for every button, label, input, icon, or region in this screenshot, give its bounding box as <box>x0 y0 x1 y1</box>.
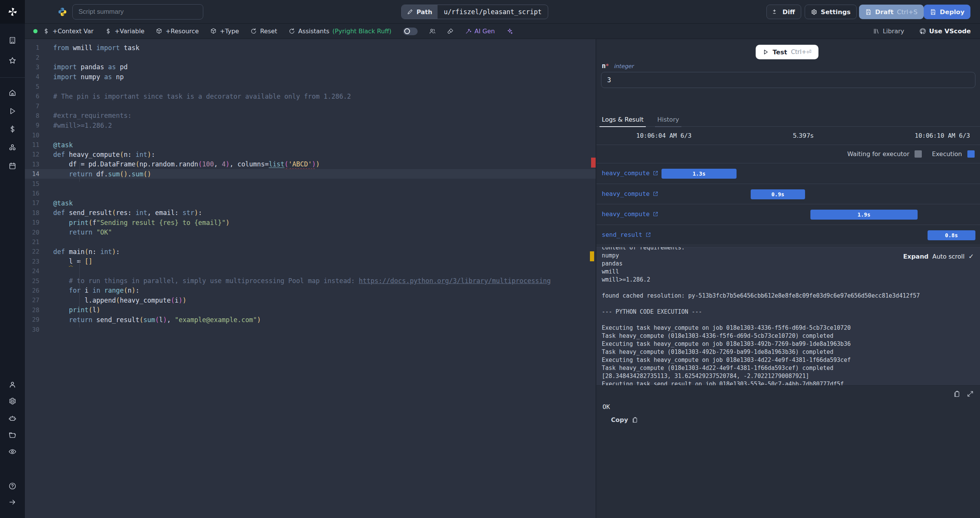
sidebar-play-button[interactable] <box>0 103 25 119</box>
code-line-6[interactable]: 6# The pin is important since task is a … <box>25 91 596 101</box>
sidebar-building-button[interactable] <box>0 33 25 48</box>
add-resource-button[interactable]: +Resource <box>156 28 199 35</box>
code-line-4[interactable]: 4import numpy as np <box>25 72 596 81</box>
task-link-send_result[interactable]: send_result <box>602 231 651 238</box>
line-number: 30 <box>25 326 39 333</box>
code-line-18[interactable]: 18def send_result(res: int, email: str): <box>25 208 596 218</box>
use-vscode-button[interactable]: Use VScode <box>920 28 971 35</box>
code-line-17[interactable]: 17@task <box>25 198 596 208</box>
path-label-segment: Path <box>402 5 438 19</box>
code-editor[interactable]: 1from wmill import task23import pandas a… <box>25 39 596 518</box>
line-content: import pandas as pd <box>53 63 128 71</box>
assistants-button[interactable]: Assistants (Pyright Black Ruff) <box>289 28 391 35</box>
diff-button[interactable]: Diff <box>766 5 801 19</box>
windmill-logo[interactable] <box>0 0 25 24</box>
result-tabs: Logs & Result History <box>596 113 980 127</box>
draft-button[interactable]: Draft Ctrl+S <box>859 5 924 19</box>
line-content: def heavy_compute(n: int): <box>53 151 155 158</box>
ai-gen-button[interactable]: AI Gen <box>465 28 495 35</box>
fullscreen-icon[interactable] <box>967 390 974 397</box>
logs-viewport[interactable]: content of requirements:numpypandaswmill… <box>596 247 980 386</box>
add-type-button[interactable]: +Type <box>210 28 239 35</box>
code-line-24[interactable]: 24 <box>25 266 596 276</box>
code-line-29[interactable]: 29 return send_result(sum(l), "example@e… <box>25 315 596 324</box>
task-link-heavy_compute[interactable]: heavy_compute <box>602 210 658 218</box>
code-line-19[interactable]: 19 print(f"Sending result {res} to {emai… <box>25 218 596 227</box>
code-line-13[interactable]: 13 df = pd.DataFrame(np.random.randn(100… <box>25 160 596 169</box>
code-line-11[interactable]: 11@task <box>25 140 596 150</box>
ai-gen-label: AI Gen <box>475 28 495 35</box>
reset-button[interactable]: Reset <box>250 28 277 35</box>
code-line-8[interactable]: 8#extra_requirements: <box>25 111 596 121</box>
format-brush-button[interactable] <box>447 28 454 34</box>
sidebar-help-button[interactable] <box>0 478 25 494</box>
deploy-button[interactable]: Deploy <box>924 5 970 19</box>
dollar-icon <box>43 28 49 34</box>
tab-history[interactable]: History <box>657 113 679 127</box>
toggle-switch[interactable] <box>403 28 418 35</box>
add-context-var-button[interactable]: +Context Var <box>43 28 93 35</box>
code-line-20[interactable]: 20 return "OK" <box>25 227 596 237</box>
settings-button[interactable]: Settings <box>805 5 857 19</box>
sidebar-eye-button[interactable] <box>0 444 25 459</box>
add-variable-button[interactable]: +Variable <box>105 28 144 35</box>
collaborators-button[interactable] <box>429 28 436 34</box>
save-icon <box>930 9 936 15</box>
magic-wand-icon <box>465 28 472 34</box>
code-line-27[interactable]: 27 l.append(heavy_compute(i)) <box>25 295 596 305</box>
code-line-15[interactable]: 15 <box>25 179 596 188</box>
code-line-12[interactable]: 12def heavy_compute(n: int): <box>25 150 596 159</box>
code-line-23[interactable]: 23 l = [] <box>25 257 596 266</box>
argument-label: n* integer <box>602 62 634 70</box>
line-content: import numpy as np <box>53 73 124 81</box>
tab-logs-result[interactable]: Logs & Result <box>602 113 644 127</box>
play-icon <box>763 49 769 55</box>
run-panel: Test Ctrl+⏎ n* integer Logs & Result His… <box>596 39 980 518</box>
script-summary-input[interactable] <box>73 5 203 19</box>
refresh-icon <box>289 28 295 34</box>
code-line-21[interactable]: 21 <box>25 237 596 247</box>
test-button[interactable]: Test Ctrl+⏎ <box>756 45 818 59</box>
timeline-row-send_result: send_result0.8s <box>596 225 980 246</box>
code-line-28[interactable]: 28 print(l) <box>25 305 596 315</box>
sidebar-home-button[interactable] <box>0 85 25 100</box>
logs-autoscroll-label[interactable]: Auto scroll <box>932 253 964 260</box>
code-line-10[interactable]: 10 <box>25 130 596 140</box>
copy-result-button[interactable]: Copy <box>611 416 638 424</box>
code-line-16[interactable]: 16 <box>25 189 596 198</box>
refresh-icon <box>250 28 257 34</box>
sidebar-gear-button[interactable] <box>0 393 25 409</box>
sidebar-user-button[interactable] <box>0 377 25 392</box>
copy-clipboard-icon[interactable] <box>953 390 960 397</box>
code-line-22[interactable]: 22def main(n: int): <box>25 247 596 256</box>
brush-icon <box>447 28 454 34</box>
dollar-icon <box>105 28 111 34</box>
code-line-14[interactable]: 14 return df.sum().sum() <box>25 169 596 179</box>
building-icon <box>8 36 16 44</box>
library-button[interactable]: Library <box>873 28 904 35</box>
sidebar-folder-button[interactable] <box>0 427 25 443</box>
code-line-5[interactable]: 5 <box>25 82 596 91</box>
sidebar-robot-button[interactable] <box>0 410 25 426</box>
code-line-1[interactable]: 1from wmill import task <box>25 43 596 52</box>
logs-expand-button[interactable]: Expand <box>903 253 928 260</box>
code-line-26[interactable]: 26 for i in range(n): <box>25 286 596 295</box>
code-line-25[interactable]: 25 # to run things in parallel, simply u… <box>25 276 596 285</box>
sidebar-calendar-button[interactable] <box>0 158 25 173</box>
task-link-heavy_compute[interactable]: heavy_compute <box>602 169 658 177</box>
code-line-2[interactable]: 2 <box>25 52 596 62</box>
code-line-7[interactable]: 7 <box>25 101 596 111</box>
sidebar-arrow-right-button[interactable] <box>0 494 25 510</box>
sidebar-resources-button[interactable] <box>0 140 25 155</box>
code-line-9[interactable]: 9#wmill>=1.286.2 <box>25 121 596 130</box>
code-line-3[interactable]: 3import pandas as pd <box>25 62 596 72</box>
task-name: heavy_compute <box>602 210 650 218</box>
script-path-chip[interactable]: Path u/rfiszel/pleasant_script <box>401 5 548 19</box>
sidebar-star-button[interactable] <box>0 53 25 68</box>
sparkles-button[interactable] <box>506 28 513 34</box>
code-line-30[interactable]: 30 <box>25 324 596 334</box>
sidebar-dollar-button[interactable] <box>0 121 25 137</box>
task-link-heavy_compute[interactable]: heavy_compute <box>602 190 658 197</box>
argument-n-input[interactable] <box>601 72 975 88</box>
gear-icon <box>811 9 817 15</box>
